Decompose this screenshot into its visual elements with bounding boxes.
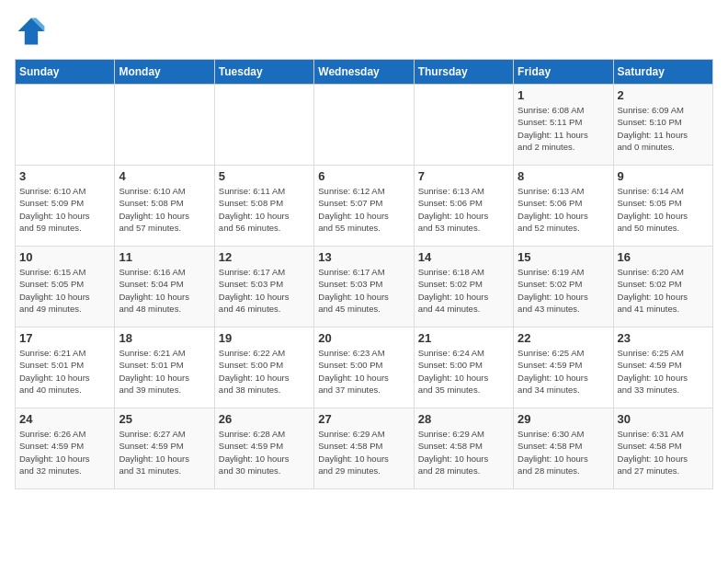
day-number: 7 bbox=[418, 169, 509, 183]
day-info: Sunrise: 6:16 AM Sunset: 5:04 PM Dayligh… bbox=[119, 266, 210, 315]
day-cell bbox=[414, 85, 513, 166]
day-cell: 1Sunrise: 6:08 AM Sunset: 5:11 PM Daylig… bbox=[514, 85, 613, 166]
day-info: Sunrise: 6:13 AM Sunset: 5:06 PM Dayligh… bbox=[418, 185, 509, 234]
day-number: 2 bbox=[618, 88, 709, 102]
weekday-header-sunday: Sunday bbox=[16, 60, 115, 85]
day-number: 14 bbox=[418, 250, 509, 264]
day-cell: 25Sunrise: 6:27 AM Sunset: 4:59 PM Dayli… bbox=[115, 408, 214, 489]
day-number: 21 bbox=[418, 331, 509, 345]
day-cell: 8Sunrise: 6:13 AM Sunset: 5:06 PM Daylig… bbox=[514, 166, 613, 247]
day-number: 1 bbox=[518, 88, 609, 102]
day-info: Sunrise: 6:09 AM Sunset: 5:10 PM Dayligh… bbox=[618, 104, 709, 153]
day-info: Sunrise: 6:28 AM Sunset: 4:59 PM Dayligh… bbox=[219, 428, 310, 477]
day-cell: 27Sunrise: 6:29 AM Sunset: 4:58 PM Dayli… bbox=[314, 408, 414, 489]
day-info: Sunrise: 6:24 AM Sunset: 5:00 PM Dayligh… bbox=[418, 347, 509, 396]
day-cell: 29Sunrise: 6:30 AM Sunset: 4:58 PM Dayli… bbox=[514, 408, 613, 489]
day-number: 22 bbox=[518, 331, 609, 345]
day-number: 20 bbox=[318, 331, 409, 345]
day-cell: 20Sunrise: 6:23 AM Sunset: 5:00 PM Dayli… bbox=[314, 327, 414, 408]
day-number: 11 bbox=[119, 250, 210, 264]
day-number: 28 bbox=[418, 412, 509, 426]
day-cell: 14Sunrise: 6:18 AM Sunset: 5:02 PM Dayli… bbox=[414, 247, 513, 327]
svg-marker-0 bbox=[18, 18, 45, 45]
day-info: Sunrise: 6:13 AM Sunset: 5:06 PM Dayligh… bbox=[518, 185, 609, 234]
day-number: 27 bbox=[318, 412, 409, 426]
week-row-5: 24Sunrise: 6:26 AM Sunset: 4:59 PM Dayli… bbox=[16, 408, 713, 489]
day-cell: 19Sunrise: 6:22 AM Sunset: 5:00 PM Dayli… bbox=[214, 327, 313, 408]
day-info: Sunrise: 6:14 AM Sunset: 5:05 PM Dayligh… bbox=[618, 185, 709, 234]
day-number: 16 bbox=[618, 250, 709, 264]
weekday-header-friday: Friday bbox=[514, 60, 613, 85]
header-row: SundayMondayTuesdayWednesdayThursdayFrid… bbox=[16, 60, 713, 85]
day-info: Sunrise: 6:17 AM Sunset: 5:03 PM Dayligh… bbox=[318, 266, 409, 315]
day-info: Sunrise: 6:10 AM Sunset: 5:08 PM Dayligh… bbox=[119, 185, 210, 234]
week-row-1: 1Sunrise: 6:08 AM Sunset: 5:11 PM Daylig… bbox=[16, 85, 713, 166]
day-number: 6 bbox=[318, 169, 409, 183]
day-number: 19 bbox=[219, 331, 310, 345]
weekday-header-thursday: Thursday bbox=[414, 60, 513, 85]
day-info: Sunrise: 6:21 AM Sunset: 5:01 PM Dayligh… bbox=[119, 347, 210, 396]
day-info: Sunrise: 6:25 AM Sunset: 4:59 PM Dayligh… bbox=[618, 347, 709, 396]
day-number: 10 bbox=[19, 250, 110, 264]
day-cell: 18Sunrise: 6:21 AM Sunset: 5:01 PM Dayli… bbox=[115, 327, 214, 408]
day-number: 9 bbox=[618, 169, 709, 183]
day-info: Sunrise: 6:11 AM Sunset: 5:08 PM Dayligh… bbox=[219, 185, 310, 234]
day-info: Sunrise: 6:30 AM Sunset: 4:58 PM Dayligh… bbox=[518, 428, 609, 477]
logo bbox=[15, 15, 51, 48]
day-number: 24 bbox=[19, 412, 110, 426]
day-cell: 12Sunrise: 6:17 AM Sunset: 5:03 PM Dayli… bbox=[214, 247, 313, 327]
weekday-header-wednesday: Wednesday bbox=[314, 60, 414, 85]
day-number: 5 bbox=[219, 169, 310, 183]
day-cell bbox=[214, 85, 313, 166]
day-number: 4 bbox=[119, 169, 210, 183]
day-cell: 2Sunrise: 6:09 AM Sunset: 5:10 PM Daylig… bbox=[613, 85, 712, 166]
day-number: 18 bbox=[119, 331, 210, 345]
day-number: 26 bbox=[219, 412, 310, 426]
day-info: Sunrise: 6:08 AM Sunset: 5:11 PM Dayligh… bbox=[518, 104, 609, 153]
day-number: 30 bbox=[618, 412, 709, 426]
day-cell: 24Sunrise: 6:26 AM Sunset: 4:59 PM Dayli… bbox=[16, 408, 115, 489]
day-number: 29 bbox=[518, 412, 609, 426]
day-cell: 26Sunrise: 6:28 AM Sunset: 4:59 PM Dayli… bbox=[214, 408, 313, 489]
day-cell: 6Sunrise: 6:12 AM Sunset: 5:07 PM Daylig… bbox=[314, 166, 414, 247]
day-number: 13 bbox=[318, 250, 409, 264]
day-cell: 16Sunrise: 6:20 AM Sunset: 5:02 PM Dayli… bbox=[613, 247, 712, 327]
day-info: Sunrise: 6:15 AM Sunset: 5:05 PM Dayligh… bbox=[19, 266, 110, 315]
day-info: Sunrise: 6:29 AM Sunset: 4:58 PM Dayligh… bbox=[318, 428, 409, 477]
day-info: Sunrise: 6:20 AM Sunset: 5:02 PM Dayligh… bbox=[618, 266, 709, 315]
day-cell: 23Sunrise: 6:25 AM Sunset: 4:59 PM Dayli… bbox=[613, 327, 712, 408]
day-info: Sunrise: 6:18 AM Sunset: 5:02 PM Dayligh… bbox=[418, 266, 509, 315]
day-number: 17 bbox=[19, 331, 110, 345]
day-number: 8 bbox=[518, 169, 609, 183]
day-info: Sunrise: 6:21 AM Sunset: 5:01 PM Dayligh… bbox=[19, 347, 110, 396]
page-header bbox=[15, 15, 713, 48]
weekday-header-tuesday: Tuesday bbox=[214, 60, 313, 85]
week-row-4: 17Sunrise: 6:21 AM Sunset: 5:01 PM Dayli… bbox=[16, 327, 713, 408]
day-cell: 17Sunrise: 6:21 AM Sunset: 5:01 PM Dayli… bbox=[16, 327, 115, 408]
day-cell: 7Sunrise: 6:13 AM Sunset: 5:06 PM Daylig… bbox=[414, 166, 513, 247]
day-number: 12 bbox=[219, 250, 310, 264]
day-cell bbox=[115, 85, 214, 166]
day-cell: 13Sunrise: 6:17 AM Sunset: 5:03 PM Dayli… bbox=[314, 247, 414, 327]
day-info: Sunrise: 6:19 AM Sunset: 5:02 PM Dayligh… bbox=[518, 266, 609, 315]
day-info: Sunrise: 6:26 AM Sunset: 4:59 PM Dayligh… bbox=[19, 428, 110, 477]
day-cell: 4Sunrise: 6:10 AM Sunset: 5:08 PM Daylig… bbox=[115, 166, 214, 247]
weekday-header-saturday: Saturday bbox=[613, 60, 712, 85]
day-cell bbox=[314, 85, 414, 166]
day-cell bbox=[16, 85, 115, 166]
day-cell: 11Sunrise: 6:16 AM Sunset: 5:04 PM Dayli… bbox=[115, 247, 214, 327]
day-info: Sunrise: 6:31 AM Sunset: 4:58 PM Dayligh… bbox=[618, 428, 709, 477]
day-info: Sunrise: 6:10 AM Sunset: 5:09 PM Dayligh… bbox=[19, 185, 110, 234]
day-cell: 22Sunrise: 6:25 AM Sunset: 4:59 PM Dayli… bbox=[514, 327, 613, 408]
day-info: Sunrise: 6:23 AM Sunset: 5:00 PM Dayligh… bbox=[318, 347, 409, 396]
day-info: Sunrise: 6:25 AM Sunset: 4:59 PM Dayligh… bbox=[518, 347, 609, 396]
day-cell: 21Sunrise: 6:24 AM Sunset: 5:00 PM Dayli… bbox=[414, 327, 513, 408]
day-number: 23 bbox=[618, 331, 709, 345]
day-info: Sunrise: 6:17 AM Sunset: 5:03 PM Dayligh… bbox=[219, 266, 310, 315]
day-info: Sunrise: 6:29 AM Sunset: 4:58 PM Dayligh… bbox=[418, 428, 509, 477]
day-cell: 15Sunrise: 6:19 AM Sunset: 5:02 PM Dayli… bbox=[514, 247, 613, 327]
week-row-3: 10Sunrise: 6:15 AM Sunset: 5:05 PM Dayli… bbox=[16, 247, 713, 327]
day-cell: 5Sunrise: 6:11 AM Sunset: 5:08 PM Daylig… bbox=[214, 166, 313, 247]
day-cell: 9Sunrise: 6:14 AM Sunset: 5:05 PM Daylig… bbox=[613, 166, 712, 247]
weekday-header-monday: Monday bbox=[115, 60, 214, 85]
